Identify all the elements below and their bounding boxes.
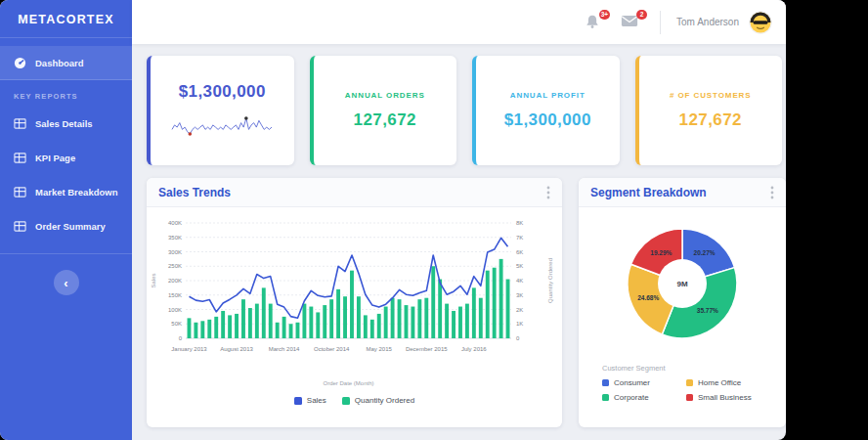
kpi-value: 127,672 [354,110,416,130]
sidebar-item-label: Sales Details [35,118,93,129]
svg-text:Quantity Ordered: Quantity Ordered [547,258,553,303]
app-window: METACORTEX Dashboard KEY REPORTS Sales D… [0,0,786,440]
bar [269,304,273,338]
table-icon [14,186,26,198]
legend-label: Quantity Ordered [355,396,414,405]
sales-trends-chart: 0050K1K100K2K150K3K200K4K250K5K300K6K350… [147,211,558,389]
sidebar-item-sales-details[interactable]: Sales Details [0,107,132,141]
bar [465,304,469,338]
svg-text:May 2015: May 2015 [367,346,393,352]
legend-item-sales[interactable]: Sales [294,396,326,405]
slice-percent-label: 19.29% [650,249,672,256]
sidebar-section-label: KEY REPORTS [0,80,132,107]
legend-item-home-office[interactable]: Home Office [686,378,786,387]
trends-legend: Sales Quantity Ordered [147,396,562,405]
bar [316,312,320,338]
bar [438,280,442,338]
bar [479,298,483,338]
table-icon [14,117,26,130]
bar [458,307,462,338]
bar [370,320,374,338]
svg-text:4K: 4K [516,278,523,284]
svg-text:1K: 1K [516,321,523,327]
svg-text:Order Date (Month): Order Date (Month) [323,380,373,386]
dashboard-gauge-icon [14,57,26,69]
kpi-label: ANNUAL ORDERS [345,91,425,100]
bar [207,320,211,338]
sales-line[interactable] [190,238,508,318]
bar [255,304,259,338]
bar [194,323,197,338]
sidebar-item-label: KPI Page [35,153,75,163]
messages-button[interactable]: 2 [621,14,640,31]
sidebar-item-dashboard[interactable]: Dashboard [0,46,132,80]
bar [357,296,361,338]
trends-chart-body: 0050K1K100K2K150K3K200K4K250K5K300K6K350… [147,207,562,405]
svg-text:300K: 300K [168,249,182,255]
bar [472,287,476,338]
user-avatar[interactable] [749,11,772,34]
slice-percent-label: 24.68% [637,294,659,301]
sidebar-item-market-breakdown[interactable]: Market Breakdown [0,175,132,209]
notifications-button[interactable]: 3+ [584,14,603,31]
bar [391,298,395,338]
sidebar-item-label: Order Summary [35,221,106,232]
sidebar-collapse-button[interactable]: ‹ [54,270,79,295]
card-title: Segment Breakdown [590,186,707,199]
card-header: Segment Breakdown [579,178,786,207]
sidebar-item-order-summary[interactable]: Order Summary [0,209,132,243]
slice-percent-label: 20.27% [694,249,716,256]
bar [302,304,306,338]
screenshot-stage: METACORTEX Dashboard KEY REPORTS Sales D… [0,0,868,440]
bar [506,280,510,338]
legend-item-small-business[interactable]: Small Business [686,393,786,402]
bar [343,296,347,338]
svg-text:400K: 400K [168,220,182,226]
legend-swatch [602,394,609,401]
kpi-card-sales: $1,300,000 [147,56,294,165]
top-header: 3+ 2 Tom Anderson [132,0,786,44]
kpi-value: $1,300,000 [504,110,591,130]
bar [282,317,286,338]
svg-text:200K: 200K [168,278,182,284]
svg-text:5K: 5K [516,263,523,269]
sidebar-divider [0,253,132,254]
svg-text:250K: 250K [168,263,182,269]
kpi-label: ANNUAL PROFIT [510,91,586,100]
table-icon [14,220,26,233]
svg-text:January 2013: January 2013 [171,346,207,352]
legend-item-corporate[interactable]: Corporate [602,393,686,402]
bar [411,307,414,338]
kpi-card-annual-orders: ANNUAL ORDERS 127,672 [310,56,457,165]
quantity-bars[interactable] [188,259,510,338]
kpi-card-row: $1,300,000 ANNUAL ORDERS 127,672 ANNUAL … [147,56,782,165]
legend-swatch [686,379,693,386]
sidebar-item-label: Dashboard [35,58,84,68]
bar [289,324,293,338]
segment-donut-chart: 20.27%35.77%24.68%19.29%9M [579,211,786,356]
bar [398,299,402,338]
sidebar-item-kpi-page[interactable]: KPI Page [0,141,132,175]
bar [323,305,326,338]
bar [486,271,490,338]
brand-logo: METACORTEX [0,0,132,38]
svg-text:October 2014: October 2014 [314,346,350,352]
svg-text:350K: 350K [168,235,182,241]
bar [493,268,497,338]
user-name: Tom Anderson [676,17,739,27]
bar [248,308,252,338]
legend-label: Small Business [698,393,752,402]
legend-item-consumer[interactable]: Consumer [602,378,686,387]
message-badge: 2 [636,10,647,20]
svg-text:Sales: Sales [151,273,156,287]
bar [329,299,333,338]
bar [241,299,245,338]
kebab-menu-icon[interactable] [546,186,550,199]
legend-swatch [686,394,693,401]
sparkline-path [172,118,272,134]
kpi-card-annual-profit: ANNUAL PROFIT $1,300,000 [472,56,620,165]
sidebar-item-label: Market Breakdown [35,187,117,198]
kebab-menu-icon[interactable] [770,186,774,199]
svg-text:July 2016: July 2016 [461,346,487,352]
legend-item-quantity[interactable]: Quantity Ordered [342,396,414,405]
